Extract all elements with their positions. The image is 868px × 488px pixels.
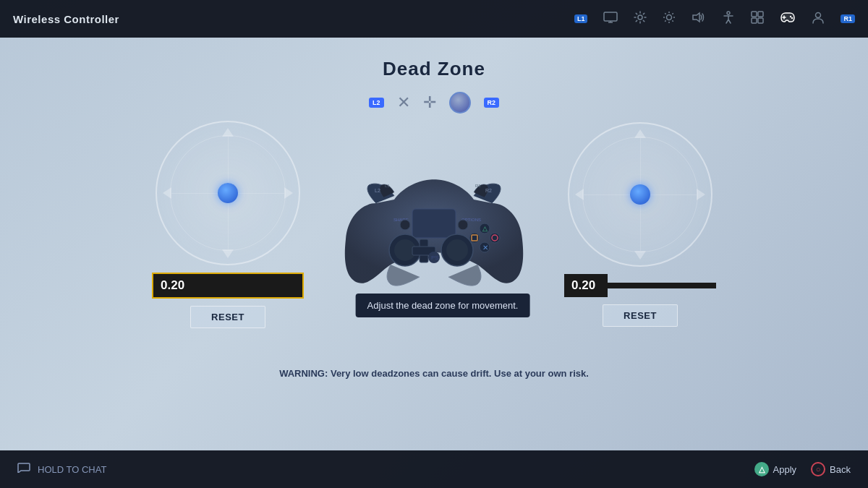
svg-text:PS: PS <box>431 254 439 261</box>
svg-text:△: △ <box>482 225 488 232</box>
chat-icon <box>17 463 30 476</box>
hold-to-chat-label: HOLD TO CHAT <box>38 464 106 475</box>
svg-line-10 <box>673 20 673 21</box>
bottombar: HOLD TO CHAT △ Apply ○ Back <box>0 450 868 488</box>
topbar: Wireless Controller L1 R1 <box>0 0 868 38</box>
circle-button-active[interactable] <box>449 92 471 114</box>
svg-line-9 <box>665 13 666 14</box>
topbar-icons: L1 R1 <box>574 11 855 27</box>
tooltip-text: Adjust the dead zone for movement. <box>367 300 519 311</box>
layout-icon[interactable] <box>751 11 764 27</box>
svg-rect-18 <box>758 18 763 23</box>
right-deadzone-track <box>608 283 716 288</box>
R1-badge[interactable]: R1 <box>841 14 855 23</box>
svg-point-32 <box>458 220 468 230</box>
svg-rect-0 <box>604 12 617 21</box>
accessibility-icon[interactable] <box>722 11 735 27</box>
dpad-icon[interactable]: ✛ <box>423 93 436 112</box>
gear-icon[interactable] <box>634 11 647 27</box>
svg-text:L1: L1 <box>385 184 390 188</box>
svg-point-36 <box>446 239 468 261</box>
page-title: Dead Zone <box>383 58 485 80</box>
left-deadzone-input[interactable] <box>152 273 304 299</box>
main-content: Dead Zone L2 ✕ ✛ R2 <box>0 38 868 450</box>
left-joystick-dot <box>218 183 238 203</box>
svg-rect-16 <box>758 12 763 17</box>
svg-rect-28 <box>412 209 456 238</box>
right-joystick-zone: 0.20 RESET <box>564 122 716 327</box>
app-title: Wireless Controller <box>13 13 119 25</box>
R2-badge[interactable]: R2 <box>484 98 500 108</box>
circle-button-icon: ○ <box>811 462 825 476</box>
svg-text:R1: R1 <box>475 184 481 188</box>
monitor-icon[interactable] <box>603 12 618 27</box>
svg-point-22 <box>791 17 793 18</box>
center-row: RESET L2 <box>0 121 868 328</box>
hold-to-chat: HOLD TO CHAT <box>17 463 106 476</box>
apply-action[interactable]: △ Apply <box>754 462 797 476</box>
svg-text:L2: L2 <box>375 188 380 193</box>
right-joystick-circle <box>568 122 712 267</box>
controller-container: L2 L1 R2 R1 SHARE OPTIONS <box>333 145 535 304</box>
left-deadzone-input-row <box>152 273 304 299</box>
svg-line-11 <box>673 13 673 14</box>
warning-message: WARNING: Very low deadzones can cause dr… <box>279 368 589 379</box>
L2-badge[interactable]: L2 <box>369 98 384 108</box>
svg-point-23 <box>816 12 821 17</box>
back-label: Back <box>830 464 851 475</box>
warning-text: WARNING: Very low deadzones can cause dr… <box>279 368 589 379</box>
controller-image: L2 L1 R2 R1 SHARE OPTIONS <box>333 145 535 304</box>
svg-marker-13 <box>693 13 699 22</box>
svg-point-31 <box>400 220 410 230</box>
back-action[interactable]: ○ Back <box>811 462 851 476</box>
volume-icon[interactable] <box>692 12 706 27</box>
svg-text:R2: R2 <box>485 188 492 193</box>
brightness-icon[interactable] <box>663 11 676 27</box>
svg-point-14 <box>727 12 730 14</box>
right-deadzone-value: 0.20 <box>564 274 608 297</box>
x-button-icon[interactable]: ✕ <box>397 93 410 112</box>
left-reset-button[interactable]: RESET <box>190 306 265 328</box>
button-selector: L2 ✕ ✛ R2 <box>369 92 499 114</box>
tooltip: Adjust the dead zone for movement. <box>356 294 530 317</box>
L1-badge[interactable]: L1 <box>574 14 588 23</box>
left-joystick-zone: RESET <box>152 121 304 328</box>
svg-point-45 <box>469 233 480 243</box>
svg-rect-17 <box>752 18 757 23</box>
right-reset-button[interactable]: RESET <box>603 304 678 327</box>
right-deadzone-display-row: 0.20 <box>564 274 716 297</box>
svg-point-21 <box>790 15 791 17</box>
svg-point-4 <box>667 14 672 20</box>
svg-line-12 <box>665 20 666 21</box>
svg-point-41 <box>490 233 500 243</box>
triangle-button-icon: △ <box>754 462 769 476</box>
profile-icon[interactable] <box>812 11 825 27</box>
right-joystick-dot <box>630 184 650 205</box>
left-joystick-circle <box>156 121 300 265</box>
bottom-actions: △ Apply ○ Back <box>754 462 851 476</box>
gamepad-icon[interactable] <box>780 12 796 27</box>
apply-label: Apply <box>773 464 797 475</box>
svg-rect-15 <box>752 12 757 17</box>
svg-point-3 <box>638 15 642 20</box>
svg-text:✕: ✕ <box>482 244 488 252</box>
